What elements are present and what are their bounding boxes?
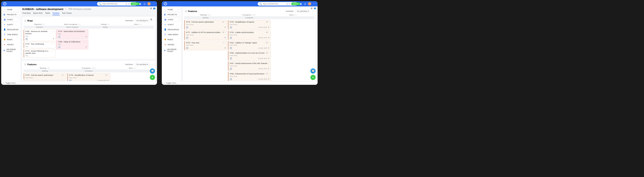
box-icon[interactable]: ◫ [304,3,306,5]
people-icon[interactable]: 👥 [314,7,316,10]
kebab-menu-icon[interactable]: ⋮ [313,3,316,5]
card-flag-icon[interactable]: ⚑ [268,47,269,49]
assignee-avatar[interactable] [58,36,60,38]
tab-tasks[interactable]: Tasks [45,12,50,15]
collapse-icon[interactable]: ⊟ [24,63,26,66]
kanban-card[interactable]: #776 - Caldav synchronizationUser Story4… [228,30,271,40]
more-icon[interactable]: ⋯ [151,63,153,65]
more-icon[interactable]: ⋯ [312,10,314,12]
card-flag-icon[interactable]: ⚑ [268,68,269,70]
card-menu-icon[interactable]: ⋮ [86,30,87,32]
card-menu-icon[interactable]: ⋮ [224,42,226,44]
gear-icon[interactable]: ⚙ [310,7,312,10]
kanban-card[interactable]: #777 - Addition of API for advanced enti… [24,80,66,81]
assignee-avatar[interactable] [186,26,188,29]
kanban-card[interactable]: #765 - Remove an obsolete functionBug⋮—⚑ [24,29,56,41]
sidebar-item-projects[interactable]: ◧PROJECTS› [162,12,180,17]
add-button[interactable]: + [310,75,316,80]
assignee-avatar[interactable] [230,57,232,60]
user-avatar[interactable] [148,2,150,6]
tab-spent-time[interactable]: Spent time [33,12,43,15]
card-flag-icon[interactable]: ⚑ [268,37,269,39]
assignee-avatar[interactable] [58,46,60,48]
sidebar-item-risks[interactable]: ⬣RISKS [2,37,20,42]
assignee-avatar[interactable] [69,79,72,81]
search-input[interactable] [102,3,125,5]
card-menu-icon[interactable]: ⋮ [268,31,270,33]
card-flag-icon[interactable]: ⚑ [268,26,269,28]
card-menu-icon[interactable]: ⋮ [108,74,109,76]
tab-test-cases[interactable]: Test Cases [62,12,72,15]
sidebar-item-risks[interactable]: ⬣RISKS [162,37,180,42]
kanban-card[interactable]: #778 - Simplification of importsUser Sto… [67,73,110,81]
assignee-avatar[interactable] [25,38,28,40]
card-flag-icon[interactable]: ⚑ [53,38,54,40]
sidebar-item-tasks[interactable]: ▦TASKS› [2,17,20,22]
card-menu-icon[interactable]: ⋮ [64,74,66,76]
collapse-icon[interactable]: ⊟ [185,10,187,13]
collapse-sidebar-icon[interactable]: « [3,82,4,84]
kanban-card[interactable]: #769 - Delay of notificationsBug⋮—⚑ [56,40,88,49]
card-menu-icon[interactable]: ⋮ [53,43,54,45]
assignee-avatar[interactable] [186,47,188,49]
sidebar-item-issues[interactable]: ●ISSUES [162,42,180,47]
sidebar-item-time-spent[interactable]: ⏱TIME SPENT [162,32,180,37]
card-menu-icon[interactable]: ⋮ [53,50,54,52]
assignee-avatar[interactable] [186,37,188,39]
card-flag-icon[interactable]: ⚑ [224,26,226,28]
breadcrumb[interactable]: /PM techniques examples [68,8,92,10]
clock-icon[interactable]: ◔ [126,3,127,5]
swimlane-select[interactable]: No swimlane ▾ [135,19,150,22]
kebab-menu-icon[interactable]: ⋮ [152,3,155,5]
sidebar-item-projects[interactable]: ◧PROJECTS› [2,12,20,17]
card-menu-icon[interactable]: ⋮ [268,62,270,64]
kanban-card[interactable]: #777 - Addition of API for advanced enti… [184,30,227,40]
card-menu-icon[interactable]: ⋮ [268,42,270,44]
kanban-card[interactable]: #767 - Visual enhancement of the ABC fea… [228,61,271,71]
card-flag-icon[interactable]: ⚑ [86,46,87,48]
add-button[interactable]: + [150,75,155,80]
search-button[interactable]: Search [291,3,300,5]
search-input[interactable] [263,3,285,5]
section-gear-icon[interactable]: ⚙ [150,18,152,21]
tab-kanban[interactable]: Kanban [52,12,59,15]
sidebar-item-gantt[interactable]: ≡GANTT [162,22,180,27]
tab-overview[interactable]: Overview [22,12,31,15]
toggle-menu[interactable]: Toggle menu [166,82,176,84]
calendar-icon[interactable]: ▦ [139,3,142,5]
sidebar-item-time-spent[interactable]: ⏱TIME SPENT [2,32,20,37]
gear-icon[interactable]: ⚙ [150,7,152,10]
kanban-card[interactable]: #778 - Simplification of importsUser Sto… [228,20,271,30]
sidebar-item-issues[interactable]: ●ISSUES [2,42,20,47]
card-menu-icon[interactable]: ⋮ [224,21,226,23]
heart-icon[interactable]: ♡ [65,8,67,11]
kanban-card[interactable]: #768 - Enhancement of export performance… [228,72,271,81]
card-flag-icon[interactable]: ⚑ [224,37,226,39]
kanban-card[interactable]: #774 - Save button not functionalBug⋮—⚑ [56,29,88,39]
card-menu-icon[interactable]: ⋮ [86,41,87,43]
assignee-avatar[interactable] [230,26,232,29]
assignee-avatar[interactable] [230,47,232,49]
people-icon[interactable]: 👥 [153,7,156,10]
toggle-menu[interactable]: Toggle menu [6,82,16,84]
card-menu-icon[interactable]: ⋮ [53,30,54,32]
kanban-card[interactable]: #779 - Tree viewUser Story7⋮⚑ [184,41,227,50]
user-avatar[interactable] [308,2,311,6]
sidebar-item-gantt[interactable]: ≡GANTT [2,22,20,27]
assignee-avatar[interactable] [230,68,232,70]
kanban-card[interactable]: #775 - Full text search optimizationUser… [184,20,227,30]
search-button[interactable]: Search [131,3,140,5]
kanban-card[interactable]: #770 - Text overflowingBug⋮— [24,42,56,48]
card-flag-icon[interactable]: ⚑ [224,47,226,49]
card-menu-icon[interactable]: ⋮ [268,52,270,54]
sidebar-item-home[interactable]: ⌂HOME› [2,7,20,12]
swimlane-select[interactable]: No swimlane ▾ [135,63,150,66]
kanban-card[interactable]: #766 - Implementation of a new set of ic… [228,51,271,61]
filter-icon[interactable]: ☰ [128,3,130,5]
collapse-icon[interactable]: ⊟ [24,19,26,22]
card-flag-icon[interactable]: ⚑ [268,78,269,80]
assignee-avatar[interactable] [230,78,232,80]
sidebar-item-tasks[interactable]: ▦TASKS› [162,17,180,22]
card-flag-icon[interactable]: ⚑ [107,80,109,81]
card-menu-icon[interactable]: ⋮ [268,21,270,23]
